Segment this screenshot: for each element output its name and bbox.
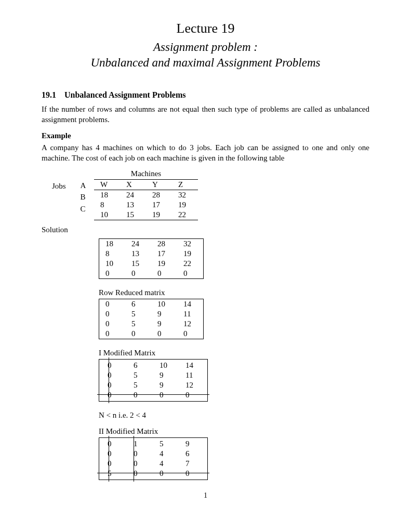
cell: 10 [153,361,179,370]
cell: 0 [125,329,151,339]
cell: 28 [151,239,177,249]
cell: 0 [101,361,127,370]
matrix-1: 18242832 8131719 10151922 0000 [99,238,204,279]
cell: 10 [99,259,125,269]
cell: 8 [94,200,120,210]
cell: 10 [151,299,177,309]
cell: 14 [179,361,205,370]
cell: 0 [177,329,203,339]
cell: 15 [120,210,146,220]
cell: 0 [125,269,151,278]
cell: 6 [127,361,153,370]
cell: 12 [179,380,205,390]
col-w: W [94,180,120,190]
cell: 0 [153,390,179,400]
cell: 13 [120,200,146,210]
job-label-b: B [78,191,88,203]
cell: 28 [146,190,172,201]
modified-1-label: I Modified Matrix [99,349,369,357]
example-text: A company has 4 machines on which to do … [42,142,369,164]
condition-text: N < n i.e. 2 < 4 [99,411,369,420]
cell: 0 [179,469,205,478]
cell: 5 [125,309,151,319]
cell: 0 [99,309,125,319]
matrix-2: 061014 05911 05912 0000 [99,299,204,339]
cell: 9 [153,380,179,390]
jobs-label: Jobs [52,182,66,191]
cell: 0 [101,459,127,469]
cell: 5 [127,380,153,390]
cell: 0 [177,269,203,278]
cost-table-container: Jobs A B C Machines W X Y Z 18 24 28 32 … [52,169,369,220]
cell: 0 [153,469,179,478]
subtitle-line-2: Unbalanced and maximal Assignment Proble… [42,56,369,70]
cell: 9 [153,370,179,380]
cell: 0 [127,390,153,400]
cell: 13 [125,249,151,259]
cell: 19 [172,200,198,210]
cell: 12 [177,319,203,329]
cell: 0 [99,299,125,309]
cell: 0 [151,329,177,339]
cell: 4 [153,449,179,459]
cell: 15 [125,259,151,269]
cell: 5 [153,439,179,449]
matrix-3: 061014 05911 05912 0000 [99,359,208,402]
cell: 5 [127,370,153,380]
cell: 6 [179,449,205,459]
cell: 0 [127,469,153,478]
lecture-title: Lecture 19 [42,21,369,36]
cell: 14 [177,299,203,309]
cell: 0 [101,449,127,459]
cell: 0 [101,390,127,400]
matrix-4: 0159 0046 0047 5000 [99,437,208,480]
cell: 5 [125,319,151,329]
cost-table: W X Y Z 18 24 28 32 8 13 17 19 10 15 19 [94,179,198,220]
cell: 17 [146,200,172,210]
cell: 18 [99,239,125,249]
cell: 6 [125,299,151,309]
section-title: Unbalanced Assignment Problems [64,90,186,99]
subtitle-line-1: Assignment problem : [42,41,369,54]
cell: 8 [99,249,125,259]
cell: 5 [101,469,127,478]
job-row-labels: A B C [78,180,88,215]
cell: 0 [101,439,127,449]
cell: 11 [179,370,205,380]
cell: 24 [125,239,151,249]
cell: 22 [172,210,198,220]
cell: 9 [151,309,177,319]
cell: 0 [99,269,125,278]
cell: 0 [101,370,127,380]
cell: 0 [179,390,205,400]
cell: 10 [94,210,120,220]
cell: 24 [120,190,146,201]
cell: 19 [146,210,172,220]
cell: 0 [99,329,125,339]
cell: 18 [94,190,120,201]
col-y: Y [146,180,172,190]
section-header: 19.1 Unbalanced Assignment Problems [42,90,369,100]
cell: 17 [151,249,177,259]
cell: 4 [153,459,179,469]
cell: 0 [127,449,153,459]
cell: 22 [177,259,203,269]
cell: 19 [151,259,177,269]
cell: 32 [177,239,203,249]
section-number: 19.1 [42,90,56,100]
machines-label: Machines [94,169,198,178]
cell: 0 [99,319,125,329]
cell: 0 [101,380,127,390]
cell: 0 [127,459,153,469]
row-reduced-label: Row Reduced matrix [99,288,369,297]
solution-label: Solution [42,225,369,234]
cell: 9 [151,319,177,329]
intro-paragraph: If the number of rows and columns are no… [42,104,369,125]
example-label: Example [42,131,369,140]
job-label-a: A [78,180,88,191]
page-number: 1 [42,491,369,500]
cell: 9 [179,439,205,449]
cell: 1 [127,439,153,449]
modified-2-label: II Modified Matrix [99,427,369,436]
col-z: Z [172,180,198,190]
